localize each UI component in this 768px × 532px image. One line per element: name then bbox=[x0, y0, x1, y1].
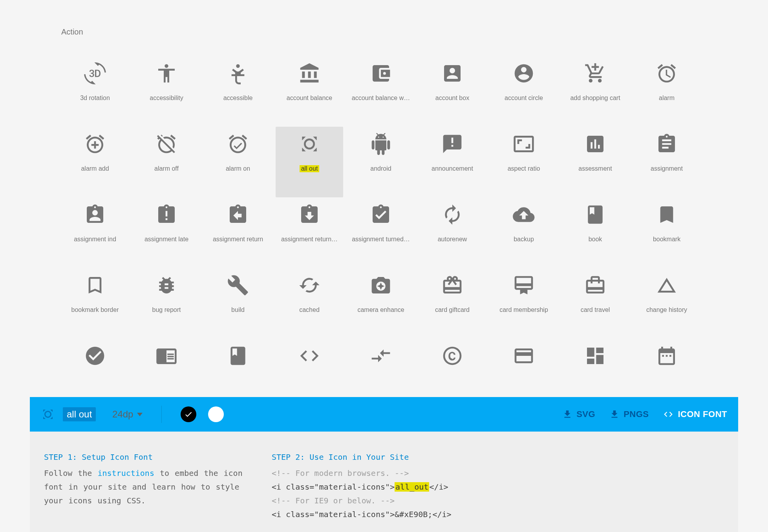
build-icon bbox=[227, 274, 249, 296]
icon-label: aspect ratio bbox=[508, 165, 540, 172]
icon-label: announcement bbox=[432, 165, 473, 172]
icon-cell-card-travel[interactable]: card travel bbox=[561, 268, 629, 339]
change-history-icon bbox=[656, 274, 678, 296]
code-icon bbox=[663, 409, 673, 419]
code-comment-1: <!-- For modern browsers. --> bbox=[272, 466, 724, 480]
backup-icon bbox=[513, 204, 535, 226]
icon-cell-account-box[interactable]: account box bbox=[419, 56, 486, 127]
icon-cell-alarm-off[interactable]: alarm off bbox=[133, 127, 200, 197]
bookmark-border-icon bbox=[84, 274, 106, 296]
icon-cell-assessment[interactable]: assessment bbox=[561, 127, 629, 197]
3d-rotation-icon bbox=[84, 62, 106, 84]
download-pngs-label: PNGS bbox=[624, 409, 649, 419]
icon-label: assessment bbox=[578, 165, 612, 172]
icon-cell-aspect-ratio[interactable]: aspect ratio bbox=[490, 127, 558, 197]
icon-cell-book[interactable]: book bbox=[561, 197, 629, 268]
copyright-icon bbox=[441, 345, 463, 367]
account-box-icon bbox=[441, 62, 463, 84]
icon-cell-camera-enhance[interactable]: camera enhance bbox=[347, 268, 415, 339]
icon-cell-card-membership[interactable]: card membership bbox=[490, 268, 558, 339]
icon-label: card giftcard bbox=[435, 306, 470, 313]
size-select[interactable]: 24dp bbox=[112, 409, 143, 420]
account-balance-wallet-icon bbox=[370, 62, 392, 84]
alarm-icon bbox=[656, 62, 678, 84]
icon-cell-build[interactable]: build bbox=[204, 268, 272, 339]
card-membership-icon bbox=[513, 274, 535, 296]
all-out-icon bbox=[298, 133, 320, 155]
assignment-returned-icon bbox=[298, 204, 320, 226]
icon-cell-assignment-returned[interactable]: assignment return… bbox=[276, 197, 343, 268]
icon-cell-assignment-late[interactable]: assignment late bbox=[133, 197, 200, 268]
instructions-panel: STEP 1: Setup Icon Font Follow the instr… bbox=[30, 432, 738, 532]
color-white-swatch[interactable] bbox=[208, 406, 224, 422]
camera-enhance-icon bbox=[370, 274, 392, 296]
icon-label: assignment late bbox=[144, 236, 188, 243]
download-svg-button[interactable]: SVG bbox=[562, 409, 595, 419]
icon-label: bug report bbox=[152, 306, 181, 313]
cached-icon bbox=[298, 274, 320, 296]
icon-cell-account-circle[interactable]: account circle bbox=[490, 56, 558, 127]
icon-cell-change-history[interactable]: change history bbox=[633, 268, 700, 339]
icon-cell-announcement[interactable]: announcement bbox=[419, 127, 486, 197]
icon-cell-android[interactable]: android bbox=[347, 127, 415, 197]
icon-cell-assignment[interactable]: assignment bbox=[633, 127, 700, 197]
icon-cell-assignment-ind[interactable]: assignment ind bbox=[61, 197, 129, 268]
icon-cell-bug-report[interactable]: bug report bbox=[133, 268, 200, 339]
icon-label: assignment return… bbox=[281, 236, 338, 243]
icon-cell-cached[interactable]: cached bbox=[276, 268, 343, 339]
icon-label: account circle bbox=[505, 95, 543, 102]
icon-cell-card-giftcard[interactable]: card giftcard bbox=[419, 268, 486, 339]
icon-font-label: ICON FONT bbox=[678, 409, 728, 419]
icon-font-button[interactable]: ICON FONT bbox=[663, 409, 728, 419]
icon-label: account balance w… bbox=[352, 95, 410, 102]
icon-label: account balance bbox=[287, 95, 333, 102]
accessibility-icon bbox=[155, 62, 177, 84]
icon-label: assignment bbox=[651, 165, 683, 172]
assignment-return-icon bbox=[227, 204, 249, 226]
check-circle-icon bbox=[84, 345, 106, 367]
highlighted-token: all_out bbox=[395, 482, 429, 492]
book-icon bbox=[584, 204, 606, 226]
assessment-icon bbox=[584, 133, 606, 155]
icon-cell-add-shopping-cart[interactable]: add shopping cart bbox=[561, 56, 629, 127]
assignment-late-icon bbox=[155, 204, 177, 226]
icon-label: assignment ind bbox=[74, 236, 116, 243]
icon-cell-bookmark-border[interactable]: bookmark border bbox=[61, 268, 129, 339]
instructions-link[interactable]: instructions bbox=[97, 468, 154, 478]
icon-label: build bbox=[231, 306, 245, 313]
color-black-swatch[interactable] bbox=[181, 406, 196, 422]
icon-label: backup bbox=[514, 236, 534, 243]
check-icon bbox=[184, 410, 193, 419]
selected-icon-name: all out bbox=[63, 407, 96, 421]
icon-cell-alarm-on[interactable]: alarm on bbox=[204, 127, 272, 197]
icon-label: card travel bbox=[581, 306, 610, 313]
icon-cell-autorenew[interactable]: autorenew bbox=[419, 197, 486, 268]
icon-cell-alarm-add[interactable]: alarm add bbox=[61, 127, 129, 197]
icon-cell-assignment-return[interactable]: assignment return bbox=[204, 197, 272, 268]
icon-grid: 3d rotationaccessibilityaccessibleaccoun… bbox=[0, 56, 768, 409]
autorenew-icon bbox=[441, 204, 463, 226]
icon-cell-account-balance[interactable]: account balance bbox=[276, 56, 343, 127]
selected-icon-preview bbox=[41, 407, 55, 421]
icon-cell-account-balance-wallet[interactable]: account balance w… bbox=[347, 56, 415, 127]
class-icon bbox=[227, 345, 249, 367]
icon-cell-all-out[interactable]: all out bbox=[276, 127, 343, 197]
icon-cell-accessible[interactable]: accessible bbox=[204, 56, 272, 127]
icon-cell-accessibility[interactable]: accessibility bbox=[133, 56, 200, 127]
assignment-turned-in-icon bbox=[370, 204, 392, 226]
icon-cell-assignment-turned-in[interactable]: assignment turned… bbox=[347, 197, 415, 268]
icon-cell-backup[interactable]: backup bbox=[490, 197, 558, 268]
icon-label: 3d rotation bbox=[80, 95, 110, 102]
icon-cell-alarm[interactable]: alarm bbox=[633, 56, 700, 127]
download-pngs-button[interactable]: PNGS bbox=[609, 409, 649, 419]
icon-cell-3d-rotation[interactable]: 3d rotation bbox=[61, 56, 129, 127]
chrome-reader-mode-icon bbox=[155, 345, 177, 367]
assignment-icon bbox=[656, 133, 678, 155]
icon-label: cached bbox=[299, 306, 320, 313]
icon-label: bookmark bbox=[653, 236, 680, 243]
category-label: Action bbox=[61, 27, 768, 36]
download-svg-label: SVG bbox=[576, 409, 595, 419]
credit-card-icon bbox=[513, 345, 535, 367]
icon-cell-bookmark[interactable]: bookmark bbox=[633, 197, 700, 268]
alarm-off-icon bbox=[155, 133, 177, 155]
